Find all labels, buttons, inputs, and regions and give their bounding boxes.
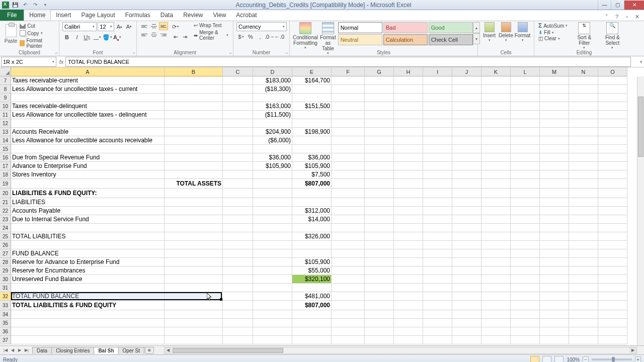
cell[interactable]: [511, 145, 540, 153]
cell[interactable]: TOTAL ASSETS: [165, 179, 223, 189]
cell[interactable]: [223, 145, 253, 153]
cell[interactable]: [165, 85, 223, 94]
row-header[interactable]: 14: [0, 136, 11, 145]
cell[interactable]: $481,000: [292, 292, 332, 301]
cell[interactable]: [365, 153, 394, 162]
cell[interactable]: [253, 310, 292, 319]
help-icon[interactable]: ?: [613, 13, 621, 21]
sheet-nav-first[interactable]: |◀: [2, 347, 9, 354]
cell[interactable]: [423, 128, 452, 136]
page-break-view-button[interactable]: [554, 356, 564, 362]
row-header[interactable]: 17: [0, 162, 11, 170]
cell[interactable]: [394, 170, 423, 179]
row-header[interactable]: 27: [0, 249, 11, 258]
cell[interactable]: [394, 207, 423, 215]
cell[interactable]: [332, 284, 365, 292]
cell[interactable]: [11, 119, 165, 128]
cell[interactable]: [332, 258, 365, 266]
cell[interactable]: [481, 232, 511, 241]
cell[interactable]: Advance to Enterprise Fund: [11, 162, 165, 170]
cell[interactable]: [365, 336, 394, 344]
cell[interactable]: Due from Special Revenue Fund: [11, 153, 165, 162]
cell[interactable]: ($6,000): [253, 136, 292, 145]
cell[interactable]: [481, 85, 511, 94]
cell[interactable]: [365, 301, 394, 310]
cell[interactable]: [332, 162, 365, 170]
cell[interactable]: [223, 76, 253, 85]
sort-filter-button[interactable]: ⇅Sort & Filter▾: [572, 22, 597, 50]
cell[interactable]: [11, 336, 165, 344]
cell[interactable]: [481, 162, 511, 170]
cell[interactable]: $14,000: [292, 215, 332, 224]
cell[interactable]: [394, 301, 423, 310]
cell[interactable]: [223, 241, 253, 249]
zoom-out-button[interactable]: −: [583, 356, 589, 362]
cell[interactable]: [481, 266, 511, 275]
cell[interactable]: [452, 241, 481, 249]
cell[interactable]: [332, 232, 365, 241]
tab-file[interactable]: File: [0, 10, 24, 21]
cell[interactable]: [365, 179, 394, 189]
cell[interactable]: [423, 198, 452, 207]
cell[interactable]: [11, 310, 165, 319]
column-header[interactable]: K: [481, 67, 511, 76]
cell[interactable]: [394, 111, 423, 119]
cell[interactable]: [365, 241, 394, 249]
insert-cells-button[interactable]: Insert▾: [481, 22, 498, 42]
cell[interactable]: [452, 258, 481, 266]
cell[interactable]: [394, 258, 423, 266]
cell[interactable]: [165, 162, 223, 170]
cell[interactable]: [253, 241, 292, 249]
name-box[interactable]: 1R x 2C▾: [1, 57, 56, 67]
cell[interactable]: [598, 319, 627, 327]
row-header[interactable]: 20: [0, 189, 11, 198]
cell[interactable]: [598, 207, 627, 215]
cell[interactable]: [452, 224, 481, 232]
cell[interactable]: [452, 94, 481, 102]
cell[interactable]: [481, 179, 511, 189]
cell[interactable]: [598, 136, 627, 145]
tab-review[interactable]: Review: [178, 10, 208, 21]
cell[interactable]: [365, 198, 394, 207]
cell[interactable]: [365, 258, 394, 266]
cell[interactable]: [292, 198, 332, 207]
cell[interactable]: [223, 198, 253, 207]
style-bad[interactable]: Bad: [383, 22, 428, 33]
column-header[interactable]: L: [511, 67, 540, 76]
cell[interactable]: [223, 207, 253, 215]
cell[interactable]: [253, 119, 292, 128]
cell[interactable]: [253, 266, 292, 275]
alignment-dialog-icon[interactable]: ⌐: [229, 51, 232, 55]
cell[interactable]: [511, 207, 540, 215]
cell[interactable]: [423, 119, 452, 128]
cell[interactable]: [165, 319, 223, 327]
cell[interactable]: [253, 224, 292, 232]
cell[interactable]: [540, 102, 569, 111]
cell[interactable]: [511, 249, 540, 258]
cell[interactable]: [452, 198, 481, 207]
cell[interactable]: [423, 310, 452, 319]
cell[interactable]: [481, 198, 511, 207]
cell[interactable]: [223, 128, 253, 136]
cell[interactable]: [452, 179, 481, 189]
grow-font-button[interactable]: A▴: [115, 22, 124, 31]
cell[interactable]: [292, 94, 332, 102]
cell[interactable]: [11, 319, 165, 327]
cell[interactable]: [452, 119, 481, 128]
cell[interactable]: [598, 215, 627, 224]
cell[interactable]: [569, 76, 598, 85]
cell[interactable]: [540, 215, 569, 224]
cell[interactable]: [253, 179, 292, 189]
cell[interactable]: [394, 327, 423, 336]
cell[interactable]: Less Allowance for uncollectible taxes -…: [11, 111, 165, 119]
cell[interactable]: [365, 189, 394, 198]
cell[interactable]: [332, 224, 365, 232]
cell[interactable]: [292, 284, 332, 292]
cell[interactable]: [365, 85, 394, 94]
cell[interactable]: [365, 102, 394, 111]
cell[interactable]: [11, 145, 165, 153]
cell[interactable]: [598, 336, 627, 344]
cell[interactable]: Due to Internal Service Fund: [11, 215, 165, 224]
zoom-level[interactable]: 100%: [567, 357, 580, 363]
cell[interactable]: [481, 249, 511, 258]
